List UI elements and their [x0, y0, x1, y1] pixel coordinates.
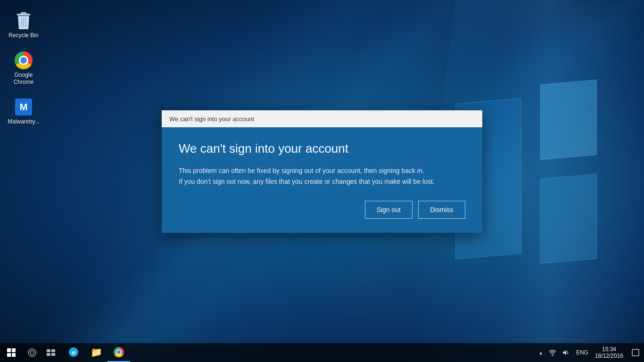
language-indicator[interactable]: ENG	[573, 349, 591, 356]
task-view-icon	[47, 349, 55, 356]
start-button[interactable]	[0, 343, 23, 362]
dismiss-button[interactable]: Dismiss	[418, 201, 465, 219]
dialog-overlay: We can't sign into your account We can't…	[0, 0, 644, 343]
task-view-button[interactable]	[41, 343, 60, 362]
tray-expand-button[interactable]: ▲	[537, 350, 545, 355]
speaker-icon	[562, 349, 570, 356]
clock-area[interactable]: 15:34 18/12/2016	[591, 343, 627, 362]
svg-rect-12	[632, 349, 639, 356]
clock-date: 18/12/2016	[595, 353, 623, 359]
clock-time: 15:34	[602, 346, 616, 353]
desktop: Recycle Bin Google Chrome M Malwareby...…	[0, 0, 644, 362]
notification-icon	[632, 349, 639, 356]
network-icon[interactable]	[547, 343, 558, 362]
sign-out-button[interactable]: Sign out	[365, 201, 413, 219]
dialog-heading: We can't sign into your account	[179, 141, 465, 156]
cortana-search-button[interactable]	[23, 343, 41, 362]
sign-in-error-dialog: We can't sign into your account We can't…	[162, 110, 482, 233]
taskbar-app-chrome[interactable]	[107, 343, 130, 362]
tray-icons-area	[545, 343, 573, 362]
dialog-body-text: This problem can often be fixed by signi…	[179, 165, 465, 187]
taskbar: e 📁 ▲	[0, 343, 644, 362]
svg-rect-7	[47, 349, 50, 352]
svg-point-6	[30, 351, 34, 354]
dialog-body: We can't sign into your account This pro…	[162, 127, 482, 233]
volume-icon[interactable]	[560, 343, 571, 362]
dialog-body-line2: If you don't sign out now, any files tha…	[179, 178, 435, 185]
search-circle-icon	[28, 348, 36, 357]
dialog-title-bar: We can't sign into your account	[162, 110, 482, 127]
taskbar-app-file-explorer[interactable]: 📁	[85, 343, 107, 362]
windows-logo-icon	[7, 348, 16, 357]
network-wifi-icon	[549, 349, 556, 356]
svg-point-5	[28, 349, 36, 356]
svg-point-11	[552, 355, 553, 356]
svg-rect-8	[51, 349, 55, 352]
svg-rect-10	[51, 353, 55, 356]
taskbar-pinned-apps: e 📁	[62, 343, 130, 362]
notification-center-button[interactable]	[627, 343, 644, 362]
taskbar-app-ie[interactable]: e	[62, 343, 85, 362]
chrome-taskbar-icon	[114, 347, 124, 357]
dialog-title-text: We can't sign into your account	[169, 115, 254, 123]
svg-rect-9	[47, 353, 50, 356]
folder-icon: 📁	[91, 346, 102, 358]
dialog-body-line1: This problem can often be fixed by signi…	[179, 167, 424, 174]
system-tray: ▲ ENG	[537, 343, 644, 362]
ie-icon: e	[69, 347, 78, 357]
dialog-buttons: Sign out Dismiss	[179, 201, 465, 219]
